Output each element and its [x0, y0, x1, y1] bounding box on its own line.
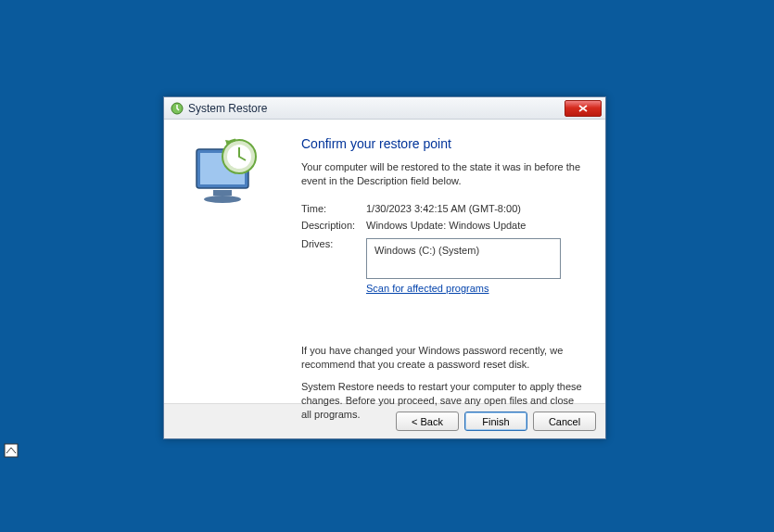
- description-label: Description:: [301, 220, 366, 231]
- time-value: 1/30/2023 3:42:15 AM (GMT-8:00): [366, 203, 521, 214]
- svg-point-5: [204, 196, 241, 203]
- system-restore-icon: [170, 101, 184, 116]
- window-title: System Restore: [188, 102, 565, 115]
- svg-rect-4: [213, 190, 232, 196]
- page-subtext: Your computer will be restored to the st…: [301, 160, 585, 188]
- titlebar: System Restore: [164, 97, 605, 120]
- drives-value: Windows (C:) (System): [374, 245, 479, 256]
- scan-affected-programs-link[interactable]: Scan for affected programs: [366, 283, 489, 294]
- notes-section: If you have changed your Windows passwor…: [301, 344, 585, 422]
- page-heading: Confirm your restore point: [301, 136, 585, 151]
- system-restore-dialog: System Restore Confirm your restore poin…: [163, 96, 606, 439]
- close-button[interactable]: [565, 100, 602, 117]
- drives-listbox: Windows (C:) (System): [366, 238, 561, 279]
- main-panel: Confirm your restore point Your computer…: [294, 120, 605, 403]
- dialog-content: Confirm your restore point Your computer…: [164, 120, 605, 403]
- description-value: Windows Update: Windows Update: [366, 220, 526, 231]
- svg-rect-0: [5, 444, 18, 457]
- finish-button[interactable]: Finish: [464, 412, 527, 431]
- drives-label: Drives:: [301, 238, 366, 249]
- sidebar-image: [164, 120, 294, 403]
- time-label: Time:: [301, 203, 366, 214]
- restore-monitor-icon: [178, 131, 280, 214]
- cancel-button[interactable]: Cancel: [533, 412, 596, 431]
- time-row: Time: 1/30/2023 3:42:15 AM (GMT-8:00): [301, 203, 585, 214]
- desktop-shortcut-icon[interactable]: [4, 443, 19, 458]
- description-row: Description: Windows Update: Windows Upd…: [301, 220, 585, 231]
- back-button[interactable]: < Back: [396, 412, 459, 431]
- drives-row: Drives: Windows (C:) (System): [301, 238, 585, 279]
- password-note: If you have changed your Windows passwor…: [301, 344, 585, 372]
